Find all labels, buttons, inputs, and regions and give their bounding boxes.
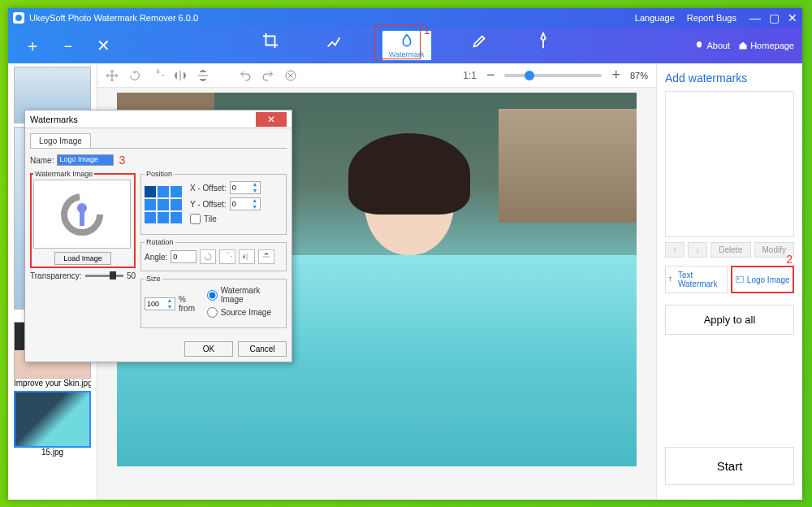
move-down-button[interactable]: ↓ (688, 242, 707, 258)
flip-h-small-icon[interactable] (239, 249, 255, 264)
dialog-title: Watermarks (30, 115, 78, 124)
rotation-legend: Rotation (145, 238, 175, 246)
position-grid[interactable] (145, 186, 182, 223)
minimize-icon[interactable]: — (749, 11, 761, 24)
crop-mode-button[interactable] (255, 30, 286, 61)
maximize-icon[interactable]: ▢ (769, 11, 780, 24)
thumbnail-image (14, 391, 91, 448)
svg-rect-3 (736, 277, 743, 283)
add-image-icon[interactable]: ＋ (24, 37, 41, 54)
dialog-titlebar[interactable]: Watermarks ✕ (25, 110, 292, 128)
angle-input[interactable] (171, 250, 197, 263)
name-label: Name: (30, 156, 54, 165)
remove-image-icon[interactable]: － (60, 37, 76, 54)
thumbnail-item[interactable]: 15.jpg (14, 391, 91, 457)
svg-text:T: T (668, 276, 672, 282)
ok-button[interactable]: OK (184, 341, 233, 357)
flip-h-icon[interactable] (174, 69, 187, 82)
watermark-panel: Add watermarks ↑ ↓ Delete Modify TText W… (656, 63, 802, 500)
brush-mode-button[interactable] (464, 30, 495, 61)
y-offset-input[interactable]: ▲▼ (230, 197, 261, 210)
rotate-cw-icon[interactable] (219, 249, 235, 264)
edit-toolbar: 1:1 − + 87% (97, 63, 656, 88)
annotation-box-1 (375, 25, 421, 59)
undo-icon[interactable] (239, 69, 252, 82)
app-logo-icon (13, 12, 24, 24)
zoom-out-icon[interactable]: − (486, 67, 495, 84)
position-group: Position X - Offset: ▲▼ Y - Offset: ▲▼ (140, 170, 287, 235)
angle-label: Angle: (145, 253, 167, 262)
svg-point-0 (15, 15, 22, 21)
thumbnail-label: 15.jpg (14, 448, 91, 457)
flip-v-small-icon[interactable] (258, 249, 274, 264)
size-src-label: Source Image (221, 308, 271, 317)
transparency-value: 50 (127, 271, 136, 280)
move-icon[interactable] (106, 69, 119, 82)
size-legend: Size (145, 275, 162, 283)
svg-rect-7 (80, 211, 84, 226)
text-watermark-button[interactable]: TText Watermark (665, 266, 728, 293)
annotation-3: 3 (119, 154, 125, 167)
size-src-radio[interactable] (207, 307, 218, 318)
size-wm-label: Watermark Image (221, 286, 283, 304)
transparency-slider[interactable] (85, 275, 123, 277)
transparency-label: Transparency: (30, 271, 82, 280)
dialog-close-icon[interactable]: ✕ (256, 112, 287, 127)
flip-v-icon[interactable] (197, 69, 209, 82)
redo-icon[interactable] (261, 69, 274, 82)
x-offset-input[interactable]: ▲▼ (230, 181, 261, 194)
main-toolbar: ＋ － ✕ Watermark 1 About Homepage (8, 28, 802, 63)
watermark-image-group: Watermark Image Load Image (30, 170, 136, 268)
wm-image-legend: Watermark Image (33, 170, 94, 178)
tile-label: Tile (204, 214, 217, 223)
pct-from-label: % from (179, 295, 204, 313)
rotate-left-icon[interactable] (128, 69, 141, 82)
start-button[interactable]: Start (665, 447, 794, 485)
watermark-preview (33, 180, 131, 249)
cancel-button[interactable]: Cancel (238, 341, 287, 357)
dialog-tab-logo[interactable]: Logo Image (30, 133, 91, 148)
x-offset-label: X - Offset: (190, 184, 227, 193)
y-offset-label: Y - Offset: (190, 200, 227, 209)
report-bugs-link[interactable]: Report Bugs (687, 13, 736, 23)
zoom-ratio-label[interactable]: 1:1 (463, 70, 477, 81)
clear-images-icon[interactable]: ✕ (97, 37, 110, 54)
app-title: UkeySoft Photo Watermark Remover 6.0.0 (29, 13, 630, 23)
name-input[interactable]: Logo Image (57, 154, 114, 166)
load-image-button[interactable]: Load Image (54, 252, 111, 265)
delete-button[interactable]: Delete (710, 242, 751, 258)
window-controls: — ▢ ✕ (749, 11, 797, 24)
tile-checkbox[interactable] (190, 214, 201, 224)
watermarks-dialog: Watermarks ✕ Logo Image Name: Logo Image… (24, 110, 292, 362)
apply-all-button[interactable]: Apply to all (665, 305, 794, 335)
zoom-slider[interactable] (504, 74, 602, 77)
zoom-slider-thumb[interactable] (525, 71, 534, 80)
rotate-ccw-icon[interactable] (200, 249, 216, 264)
watermark-list[interactable] (665, 91, 794, 237)
annotation-2: 2 (786, 253, 793, 266)
move-up-button[interactable]: ↑ (665, 242, 685, 258)
zoom-percent: 87% (630, 71, 648, 80)
homepage-link[interactable]: Homepage (738, 41, 794, 50)
pin-mode-button[interactable] (528, 30, 559, 61)
panel-title: Add watermarks (665, 72, 794, 84)
zoom-in-icon[interactable]: + (611, 67, 620, 84)
svg-point-4 (737, 278, 739, 280)
language-link[interactable]: Language (635, 13, 675, 23)
size-wm-radio[interactable] (207, 290, 218, 301)
position-legend: Position (145, 170, 174, 178)
cancel-tool-icon[interactable] (284, 69, 297, 82)
remove-mode-button[interactable] (318, 30, 349, 61)
size-group: Size ▲▼ % from Watermark Image Source Im… (140, 275, 287, 328)
thumbnail-label: Improve your Skin.jpg (14, 379, 91, 388)
annotation-1: 1 (424, 24, 430, 37)
logo-image-button[interactable]: Logo Image (731, 266, 795, 293)
size-input[interactable]: ▲▼ (145, 297, 175, 310)
rotate-right-icon[interactable] (151, 69, 164, 82)
rotation-group: Rotation Angle: (140, 238, 287, 271)
close-icon[interactable]: ✕ (788, 11, 797, 24)
about-link[interactable]: About (694, 41, 730, 50)
